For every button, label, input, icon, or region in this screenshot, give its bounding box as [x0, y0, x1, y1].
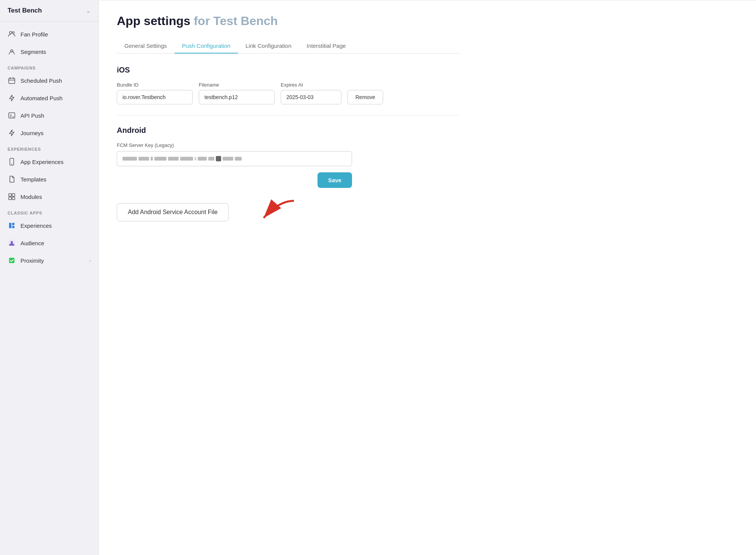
sidebar-header[interactable]: Test Bench ⌄ — [0, 0, 98, 22]
doc-icon — [8, 175, 16, 183]
chevron-right-icon: › — [89, 258, 91, 263]
sidebar-item-audience[interactable]: Audience — [0, 234, 98, 252]
svg-point-1 — [13, 32, 14, 34]
svg-point-16 — [11, 241, 13, 243]
svg-rect-13 — [12, 223, 14, 225]
sidebar-item-label: Experiences — [20, 222, 52, 229]
fcm-mask-block — [151, 157, 153, 161]
arrow-annotation — [241, 197, 302, 227]
sidebar-item-modules[interactable]: Modules — [0, 188, 98, 205]
sidebar-item-scheduled-push[interactable]: Scheduled Push — [0, 72, 98, 89]
fcm-mask-block — [235, 157, 242, 161]
sidebar-item-journeys[interactable]: Journeys — [0, 124, 98, 142]
bundle-id-input[interactable] — [117, 90, 193, 104]
save-row: Save — [117, 172, 352, 188]
android-section: Android FCM Server Key (Legacy) — [117, 126, 460, 227]
sidebar-item-label: Proximity — [20, 257, 44, 264]
fcm-mask-dot — [195, 157, 196, 161]
campaigns-section-label: CAMPAIGNS — [0, 60, 98, 72]
remove-button[interactable]: Remove — [347, 90, 383, 104]
save-button[interactable]: Save — [317, 172, 352, 188]
fan-profile-icon — [8, 30, 16, 38]
filename-input[interactable] — [199, 90, 275, 104]
main-content: App settings for Test Bench General Sett… — [99, 0, 478, 241]
sidebar-item-label: Automated Push — [20, 95, 63, 101]
filename-group: Filename — [199, 82, 275, 104]
bundle-id-group: Bundle ID — [117, 82, 193, 104]
add-android-service-account-button[interactable]: Add Android Service Account File — [117, 203, 229, 221]
svg-rect-14 — [12, 226, 14, 228]
svg-rect-4 — [9, 113, 15, 118]
tab-general-settings[interactable]: General Settings — [117, 39, 174, 54]
sidebar-item-label: Fan Profile — [20, 31, 48, 38]
calendar-icon — [8, 76, 16, 85]
proximity-icon — [8, 256, 16, 265]
expires-at-group: Expires At — [281, 82, 341, 104]
sidebar-item-label: Templates — [20, 176, 46, 183]
svg-rect-12 — [9, 223, 11, 228]
fcm-mask-block — [138, 157, 149, 161]
sidebar-item-experiences[interactable]: Experiences — [0, 217, 98, 234]
bolt-icon — [8, 94, 16, 102]
sidebar-item-label: App Experiences — [20, 159, 63, 165]
tab-interstitial-page[interactable]: Interstitial Page — [299, 39, 353, 54]
experiences-section-label: EXPERIENCES — [0, 142, 98, 153]
sidebar-item-fan-profile[interactable]: Fan Profile — [0, 25, 98, 43]
ios-form-row: Bundle ID Filename Expires At Remove — [117, 82, 460, 104]
section-divider — [117, 115, 460, 115]
fcm-label: FCM Server Key (Legacy) — [117, 142, 460, 148]
svg-rect-8 — [12, 194, 15, 196]
modules-icon — [8, 192, 16, 201]
fcm-mask-block — [154, 157, 167, 161]
sidebar-item-segments[interactable]: Segments — [0, 43, 98, 60]
sidebar-item-label: API Push — [20, 112, 44, 119]
terminal-icon — [8, 111, 16, 120]
fcm-mask-block — [223, 157, 233, 161]
expires-at-label: Expires At — [281, 82, 341, 88]
arrow-icon — [241, 197, 302, 227]
fcm-group: FCM Server Key (Legacy) — [117, 142, 460, 166]
experiences-icon — [8, 221, 16, 230]
app-name: Test Bench — [8, 7, 42, 14]
svg-rect-10 — [12, 197, 15, 200]
svg-rect-7 — [9, 194, 11, 196]
sidebar-item-proximity[interactable]: Proximity › — [0, 252, 98, 269]
sidebar-item-app-experiences[interactable]: App Experiences — [0, 153, 98, 170]
sidebar-item-api-push[interactable]: API Push — [0, 107, 98, 124]
android-section-title: Android — [117, 126, 460, 135]
sidebar-item-label: Modules — [20, 194, 42, 200]
ios-section: iOS Bundle ID Filename Expires At Remove — [117, 66, 460, 104]
bundle-id-label: Bundle ID — [117, 82, 193, 88]
fcm-mask-block — [216, 156, 221, 161]
svg-rect-3 — [9, 78, 15, 84]
sidebar-item-automated-push[interactable]: Automated Push — [0, 89, 98, 107]
fcm-mask-block — [208, 157, 214, 161]
page-title: App settings for Test Bench — [117, 14, 460, 28]
tab-push-configuration[interactable]: Push Configuration — [174, 39, 238, 54]
fcm-mask-block — [168, 157, 179, 161]
svg-rect-9 — [9, 197, 11, 200]
phone-icon — [8, 158, 16, 166]
fcm-mask-block — [198, 157, 207, 161]
sidebar-item-label: Segments — [20, 49, 46, 55]
sidebar-item-label: Scheduled Push — [20, 77, 62, 84]
segments-icon — [8, 47, 16, 56]
journeys-bolt-icon — [8, 129, 16, 137]
sidebar-item-label: Audience — [20, 240, 44, 246]
tabs-bar: General Settings Push Configuration Link… — [117, 39, 460, 54]
classic-apps-section-label: CLASSIC APPS — [0, 205, 98, 217]
fcm-mask-block — [123, 157, 137, 161]
main-content-area: App settings for Test Bench General Sett… — [99, 0, 756, 555]
ios-section-title: iOS — [117, 66, 460, 74]
svg-point-6 — [11, 164, 12, 164]
page-title-main: App settings — [117, 14, 190, 28]
fcm-input-container[interactable] — [117, 151, 352, 166]
tab-link-configuration[interactable]: Link Configuration — [238, 39, 299, 54]
sidebar: Test Bench ⌄ Fan Profile — [0, 0, 99, 555]
sidebar-item-label: Journeys — [20, 130, 44, 136]
expires-at-input[interactable] — [281, 90, 341, 104]
sidebar-item-templates[interactable]: Templates — [0, 170, 98, 188]
audience-icon — [8, 239, 16, 247]
chevron-icon: ⌄ — [86, 8, 91, 14]
page-title-subtitle: for Test Bench — [194, 14, 278, 28]
